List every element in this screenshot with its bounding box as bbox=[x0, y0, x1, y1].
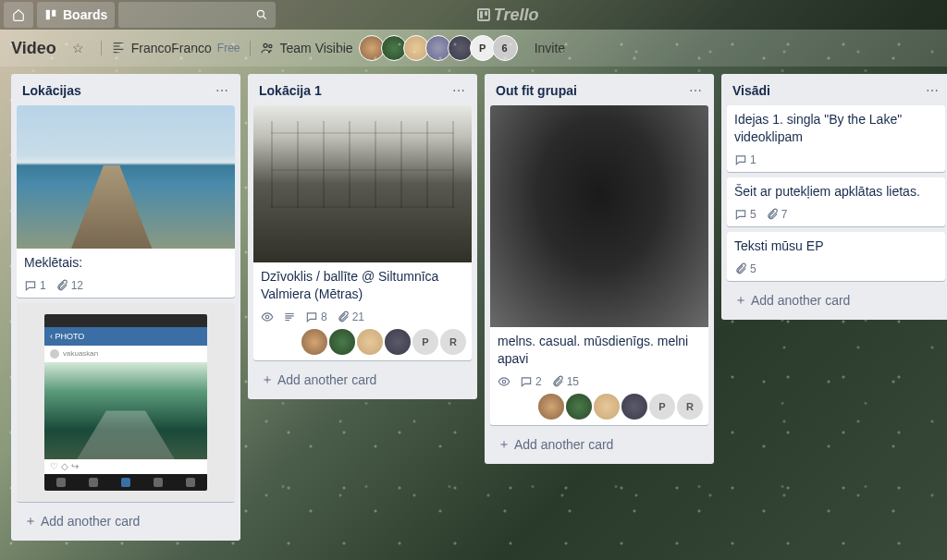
card-title: melns. casual. mūsdienīgs. melni apavi bbox=[498, 333, 701, 368]
list-menu-icon[interactable]: ⋯ bbox=[689, 83, 703, 98]
card[interactable]: Meklētais: 1 12 bbox=[17, 105, 235, 298]
star-button[interactable]: ☆ bbox=[66, 35, 92, 61]
add-card-button[interactable]: ＋ Add another card bbox=[17, 507, 235, 535]
card-title: Dzīvoklis / ballīte @ Siltumnīca Valmier… bbox=[261, 268, 464, 303]
list-title[interactable]: Lokācija 1 bbox=[259, 83, 322, 98]
list-title[interactable]: Lokācijas bbox=[22, 83, 81, 98]
list-lokacija-1: Lokācija 1 ⋯ Dzīvoklis / ballīte @ Siltu… bbox=[248, 74, 477, 399]
comment-icon bbox=[734, 208, 747, 221]
global-header: Boards Trello bbox=[0, 0, 947, 30]
list-title[interactable]: Visādi bbox=[732, 83, 770, 98]
svg-point-4 bbox=[268, 44, 271, 47]
attachment-icon bbox=[551, 375, 564, 388]
member-count[interactable]: 6 bbox=[492, 35, 518, 61]
card-title: Idejas 1. singla "By the Lake" videoklip… bbox=[734, 111, 938, 146]
trello-logo[interactable]: Trello bbox=[477, 6, 539, 25]
attachments-badge: 7 bbox=[766, 208, 788, 221]
attachment-icon bbox=[337, 310, 350, 323]
search-icon bbox=[255, 8, 268, 21]
card[interactable]: Šeit ar putekļiem apklātas lietas. 5 7 bbox=[727, 177, 945, 226]
card-member-initial[interactable]: P bbox=[649, 394, 675, 420]
plus-icon: ＋ bbox=[24, 513, 37, 530]
list-menu-icon[interactable]: ⋯ bbox=[215, 83, 229, 98]
add-card-button[interactable]: ＋ Add another card bbox=[727, 286, 945, 314]
attachments-badge: 5 bbox=[734, 262, 756, 275]
list-lokacijas: Lokācijas ⋯ Meklētais: 1 12 ‹ PHOTO v bbox=[11, 74, 240, 541]
card-member-initial[interactable]: R bbox=[677, 394, 703, 420]
visibility-button[interactable]: Team Visible bbox=[260, 41, 353, 55]
people-icon bbox=[260, 41, 275, 55]
comments-badge: 8 bbox=[305, 310, 327, 323]
svg-point-5 bbox=[265, 315, 269, 319]
comments-badge: 5 bbox=[734, 208, 756, 221]
svg-point-3 bbox=[264, 43, 267, 47]
card-cover-image bbox=[490, 105, 708, 327]
trello-logo-icon bbox=[477, 8, 490, 21]
card[interactable]: Teksti mūsu EP 5 bbox=[727, 232, 945, 281]
card-member[interactable] bbox=[301, 329, 327, 355]
plus-icon: ＋ bbox=[261, 371, 274, 388]
card-member[interactable] bbox=[594, 394, 620, 420]
boards-button[interactable]: Boards bbox=[37, 2, 115, 28]
board-header: Video ☆ FrancoFranco Free Team Visible P… bbox=[0, 30, 947, 67]
attachment-icon bbox=[766, 208, 779, 221]
card-member[interactable] bbox=[538, 394, 564, 420]
eye-icon bbox=[261, 310, 274, 323]
watching-badge bbox=[498, 375, 510, 388]
boards-label: Boards bbox=[63, 7, 107, 22]
card-member[interactable] bbox=[385, 329, 411, 355]
eye-icon bbox=[498, 375, 510, 388]
list-visadi: Visādi ⋯ Idejas 1. singla "By the Lake" … bbox=[721, 74, 947, 320]
card-member[interactable] bbox=[329, 329, 355, 355]
comments-badge: 1 bbox=[734, 153, 756, 166]
card-member-initial[interactable]: P bbox=[412, 329, 438, 355]
comment-icon bbox=[24, 279, 37, 292]
card-cover-image bbox=[17, 105, 235, 249]
plus-icon: ＋ bbox=[498, 436, 510, 453]
add-card-button[interactable]: ＋ Add another card bbox=[490, 431, 708, 458]
card-member[interactable] bbox=[566, 394, 592, 420]
comment-icon bbox=[520, 375, 533, 388]
svg-rect-1 bbox=[52, 10, 55, 17]
board-name[interactable]: Video bbox=[11, 39, 56, 58]
attachments-badge: 12 bbox=[55, 279, 83, 292]
comments-badge: 1 bbox=[24, 279, 46, 292]
card[interactable]: melns. casual. mūsdienīgs. melni apavi 2… bbox=[490, 105, 708, 425]
add-card-button[interactable]: ＋ Add another card bbox=[253, 366, 472, 394]
invite-button[interactable]: Invite bbox=[527, 37, 572, 59]
comment-icon bbox=[734, 153, 747, 166]
attachment-icon bbox=[734, 262, 747, 275]
svg-point-2 bbox=[258, 10, 264, 17]
board-members: P 6 bbox=[363, 35, 518, 61]
card[interactable]: ‹ PHOTO vakuaskan ♡ ◇ ↪ bbox=[17, 303, 235, 502]
team-icon bbox=[111, 41, 126, 55]
description-icon bbox=[283, 310, 296, 323]
comments-badge: 2 bbox=[520, 375, 542, 388]
list-title[interactable]: Out fit grupai bbox=[496, 83, 577, 98]
board-canvas[interactable]: Lokācijas ⋯ Meklētais: 1 12 ‹ PHOTO v bbox=[0, 67, 947, 548]
card-cover-image: ‹ PHOTO vakuaskan ♡ ◇ ↪ bbox=[17, 303, 235, 502]
list-menu-icon[interactable]: ⋯ bbox=[452, 83, 466, 98]
attachments-badge: 21 bbox=[337, 310, 364, 323]
list-outfit: Out fit grupai ⋯ melns. casual. mūsdienī… bbox=[485, 74, 714, 464]
search-box[interactable] bbox=[118, 2, 276, 28]
home-button[interactable] bbox=[4, 2, 33, 28]
card-title: Teksti mūsu EP bbox=[734, 237, 938, 255]
card-member-initial[interactable]: R bbox=[440, 329, 466, 355]
card-member[interactable] bbox=[621, 394, 647, 420]
plus-icon: ＋ bbox=[734, 292, 747, 309]
svg-point-6 bbox=[502, 380, 506, 383]
attachments-badge: 15 bbox=[551, 375, 579, 388]
card-title: Meklētais: bbox=[24, 254, 228, 272]
team-name[interactable]: FrancoFranco Free bbox=[111, 41, 240, 55]
list-menu-icon[interactable]: ⋯ bbox=[926, 83, 940, 98]
card-title: Šeit ar putekļiem apklātas lietas. bbox=[734, 183, 938, 201]
boards-icon bbox=[44, 8, 57, 21]
attachment-icon bbox=[55, 279, 68, 292]
card[interactable]: Idejas 1. singla "By the Lake" videoklip… bbox=[727, 105, 945, 172]
description-badge bbox=[283, 310, 296, 323]
card-cover-image bbox=[253, 105, 472, 262]
comment-icon bbox=[305, 310, 318, 323]
card[interactable]: Dzīvoklis / ballīte @ Siltumnīca Valmier… bbox=[253, 105, 472, 360]
card-member[interactable] bbox=[357, 329, 383, 355]
